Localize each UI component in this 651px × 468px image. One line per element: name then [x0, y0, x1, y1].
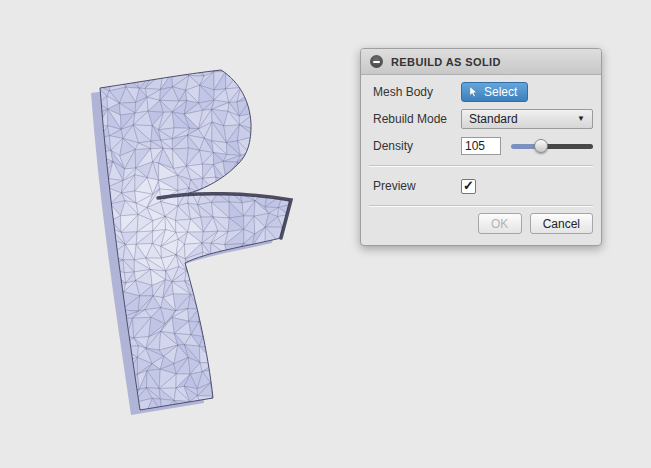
- cursor-arrow-icon: [468, 86, 479, 98]
- preview-row: Preview ✓: [373, 175, 593, 197]
- density-input[interactable]: [461, 137, 501, 155]
- mesh-body-select-button[interactable]: Select: [461, 82, 528, 102]
- rebuild-as-solid-dialog: REBUILD AS SOLID Mesh Body Select Rebuil…: [360, 48, 602, 246]
- mesh-body-row: Mesh Body Select: [373, 81, 593, 103]
- rebuild-mode-selected-value: Standard: [469, 112, 518, 126]
- density-label: Density: [373, 139, 461, 153]
- dialog-title: REBUILD AS SOLID: [391, 56, 501, 68]
- density-row: Density: [373, 135, 593, 157]
- checkmark-icon: ✓: [463, 179, 474, 192]
- mesh-body-label: Mesh Body: [373, 85, 461, 99]
- cancel-button[interactable]: Cancel: [530, 213, 593, 234]
- preview-checkbox[interactable]: ✓: [461, 179, 476, 194]
- rebuild-mode-row: Rebuild Mode Standard ▼: [373, 108, 593, 130]
- dialog-buttons: OK Cancel: [478, 213, 593, 234]
- preview-label: Preview: [373, 179, 461, 193]
- divider: [369, 205, 593, 206]
- select-button-label: Select: [484, 85, 517, 99]
- mesh-body[interactable]: [0, 0, 340, 468]
- ok-button[interactable]: OK: [478, 213, 522, 234]
- density-slider[interactable]: [511, 136, 593, 156]
- density-slider-handle[interactable]: [534, 139, 548, 153]
- dialog-header[interactable]: REBUILD AS SOLID: [361, 49, 601, 75]
- rebuild-mode-dropdown[interactable]: Standard ▼: [461, 109, 593, 129]
- density-slider-track: [511, 144, 593, 149]
- divider: [369, 165, 593, 166]
- rebuild-mode-label: Rebuild Mode: [373, 112, 461, 126]
- collapse-minus-circle-icon[interactable]: [370, 55, 383, 68]
- chevron-down-icon: ▼: [577, 115, 585, 123]
